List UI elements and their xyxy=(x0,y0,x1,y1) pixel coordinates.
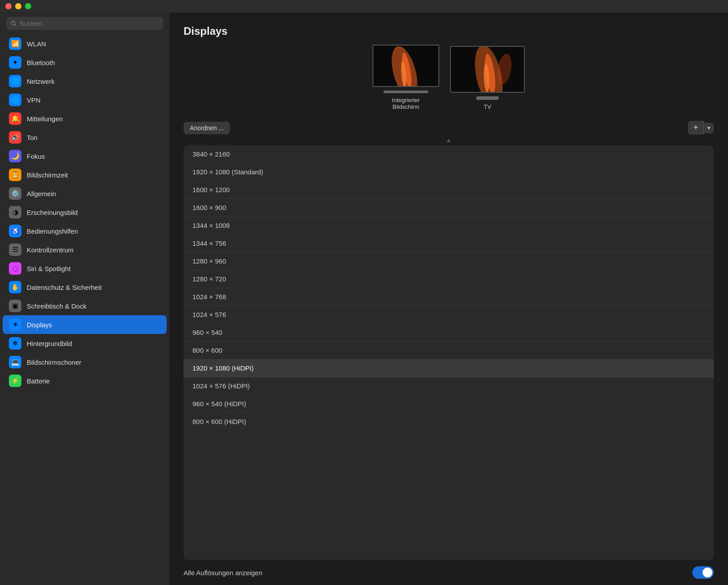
sidebar-label-bildschirmschoner: Bildschirmschoner xyxy=(27,358,82,366)
sidebar-label-kontrollzentrum: Kontrollzentrum xyxy=(27,246,74,254)
sidebar-item-hintergrundbild[interactable]: ❄Hintergrundbild xyxy=(3,334,167,353)
sidebar-icon-batterie: ⚡ xyxy=(9,375,21,387)
sidebar-label-schreibtisch: Schreibtisch & Dock xyxy=(27,302,86,310)
sidebar-item-displays[interactable]: ☀Displays xyxy=(3,315,167,334)
sidebar-item-fokus[interactable]: 🌙Fokus xyxy=(3,147,167,165)
app-window: 📶WLAN✦Bluetooth🌐Netzwerk🌐VPN🔔Mitteilunge… xyxy=(0,12,728,585)
sidebar-item-bedienungshilfen[interactable]: ♿Bedienungshilfen xyxy=(3,222,167,240)
sidebar-label-erscheinungsbild: Erscheinungsbild xyxy=(27,209,78,216)
resolution-item[interactable]: 960 × 540 (HiDPI) xyxy=(184,395,714,413)
add-display-button[interactable]: + xyxy=(688,121,704,135)
display-thumbnail-tv xyxy=(450,46,525,93)
sidebar-item-netzwerk[interactable]: 🌐Netzwerk xyxy=(3,72,167,91)
minimize-button[interactable] xyxy=(15,3,21,9)
sidebar-icon-erscheinungsbild: ◑ xyxy=(9,206,21,218)
resolution-item[interactable]: 1344 × 756 xyxy=(184,235,714,252)
display-thumbnail-laptop xyxy=(372,45,439,87)
sidebar-item-mitteilungen[interactable]: 🔔Mitteilungen xyxy=(3,109,167,128)
titlebar xyxy=(0,0,728,12)
sidebar-item-kontrollzentrum[interactable]: ☰Kontrollzentrum xyxy=(3,240,167,259)
main-content: Displays IntegrierterBildschirm xyxy=(169,12,728,585)
bottom-row: Alle Auflösungen anzeigen xyxy=(169,560,728,585)
display-wallpaper-tv xyxy=(451,47,525,93)
search-icon xyxy=(11,21,17,27)
sidebar-item-schreibtisch[interactable]: ▣Schreibtisch & Dock xyxy=(3,297,167,315)
sidebar-label-bedienungshilfen: Bedienungshilfen xyxy=(27,227,78,235)
resolution-list[interactable]: 3840 × 21601920 × 1080 (Standard)1600 × … xyxy=(184,145,714,560)
sidebar-icon-siri: ◌ xyxy=(9,262,21,275)
resolution-item[interactable]: 3840 × 2160 xyxy=(184,145,714,163)
search-container xyxy=(0,12,169,34)
sidebar-label-bluetooth: Bluetooth xyxy=(27,59,55,66)
sidebar-icon-kontrollzentrum: ☰ xyxy=(9,243,21,256)
resolution-item[interactable]: 1280 × 960 xyxy=(184,252,714,270)
search-input[interactable] xyxy=(20,20,159,27)
sidebar-item-wlan[interactable]: 📶WLAN xyxy=(3,34,167,53)
sidebar-label-ton: Ton xyxy=(27,134,37,141)
content-header: Displays xyxy=(169,12,728,45)
sidebar-icon-bedienungshilfen: ♿ xyxy=(9,225,21,237)
close-button[interactable] xyxy=(5,3,12,9)
resolution-item[interactable]: 1024 × 576 xyxy=(184,306,714,324)
sidebar-label-bildschirmzeit: Bildschirmzeit xyxy=(27,171,68,179)
add-display-group: + ▾ xyxy=(688,121,714,135)
resolution-item[interactable]: 1920 × 1080 (HiDPI) xyxy=(184,359,714,377)
arrange-button[interactable]: Anordnen ... xyxy=(184,122,230,134)
sidebar-item-vpn[interactable]: 🌐VPN xyxy=(3,91,167,109)
sidebar-item-bildschirmschoner[interactable]: 💻Bildschirmschoner xyxy=(3,353,167,371)
sidebar-icon-datenschutz: ✋ xyxy=(9,281,21,293)
resolution-item[interactable]: 1600 × 900 xyxy=(184,199,714,217)
resolution-item[interactable]: 1344 × 1008 xyxy=(184,217,714,235)
sidebar-icon-wlan: 📶 xyxy=(9,37,21,50)
sidebar: 📶WLAN✦Bluetooth🌐Netzwerk🌐VPN🔔Mitteilunge… xyxy=(0,12,169,585)
sidebar-icon-fokus: 🌙 xyxy=(9,150,21,162)
sidebar-icon-displays: ☀ xyxy=(9,318,21,331)
sidebar-label-mitteilungen: Mitteilungen xyxy=(27,115,63,123)
resolution-item[interactable]: 960 × 540 xyxy=(184,324,714,342)
sidebar-item-allgemein[interactable]: ⚙️Allgemein xyxy=(3,184,167,203)
sidebar-label-vpn: VPN xyxy=(27,96,41,104)
resolution-item[interactable]: 1280 × 720 xyxy=(184,270,714,288)
page-title: Displays xyxy=(184,25,228,37)
resolution-item[interactable]: 800 × 600 (HiDPI) xyxy=(184,413,714,430)
add-display-dropdown[interactable]: ▾ xyxy=(704,123,714,133)
search-box[interactable] xyxy=(6,17,163,30)
resolution-item[interactable]: 1600 × 1200 xyxy=(184,181,714,199)
sidebar-label-batterie: Batterie xyxy=(27,377,50,385)
sidebar-label-wlan: WLAN xyxy=(27,40,46,48)
sidebar-items-container: 📶WLAN✦Bluetooth🌐Netzwerk🌐VPN🔔Mitteilunge… xyxy=(0,34,169,390)
sidebar-label-netzwerk: Netzwerk xyxy=(27,78,55,85)
display-item-laptop[interactable]: IntegrierterBildschirm xyxy=(372,45,439,110)
controls-row: Anordnen ... + ▾ xyxy=(169,117,728,135)
all-resolutions-toggle[interactable] xyxy=(692,566,714,579)
resolution-item[interactable]: 1024 × 768 xyxy=(184,288,714,306)
sidebar-label-hintergrundbild: Hintergrundbild xyxy=(27,340,72,347)
sidebar-item-bildschirmzeit[interactable]: ⏳Bildschirmzeit xyxy=(3,165,167,184)
sidebar-item-siri[interactable]: ◌Siri & Spotlight xyxy=(3,259,167,278)
sidebar-label-fokus: Fokus xyxy=(27,152,45,160)
sidebar-item-ton[interactable]: 🔊Ton xyxy=(3,128,167,147)
display-wallpaper-laptop xyxy=(373,45,439,87)
sidebar-icon-netzwerk: 🌐 xyxy=(9,75,21,87)
sidebar-icon-ton: 🔊 xyxy=(9,131,21,144)
sidebar-icon-bildschirmzeit: ⏳ xyxy=(9,169,21,181)
sidebar-item-datenschutz[interactable]: ✋Datenschutz & Sicherheit xyxy=(3,278,167,297)
sidebar-item-batterie[interactable]: ⚡Batterie xyxy=(3,371,167,390)
resolution-item[interactable]: 1920 × 1080 (Standard) xyxy=(184,163,714,181)
sidebar-icon-schreibtisch: ▣ xyxy=(9,300,21,312)
sidebar-item-bluetooth[interactable]: ✦Bluetooth xyxy=(3,53,167,72)
toggle-label: Alle Auflösungen anzeigen xyxy=(184,569,262,577)
display-label-laptop: IntegrierterBildschirm xyxy=(392,97,420,110)
svg-line-1 xyxy=(15,24,16,26)
sidebar-label-siri: Siri & Spotlight xyxy=(27,265,70,272)
sidebar-label-displays: Displays xyxy=(27,321,52,329)
maximize-button[interactable] xyxy=(25,3,31,9)
display-stand-tv xyxy=(476,96,499,100)
sidebar-item-erscheinungsbild[interactable]: ◑Erscheinungsbild xyxy=(3,203,167,222)
sidebar-label-allgemein: Allgemein xyxy=(27,190,56,198)
display-item-tv[interactable]: TV xyxy=(450,46,525,110)
resolution-item[interactable]: 1024 × 576 (HiDPI) xyxy=(184,377,714,395)
sidebar-label-datenschutz: Datenschutz & Sicherheit xyxy=(27,284,102,291)
traffic-lights xyxy=(5,3,31,9)
resolution-item[interactable]: 800 × 600 xyxy=(184,342,714,359)
